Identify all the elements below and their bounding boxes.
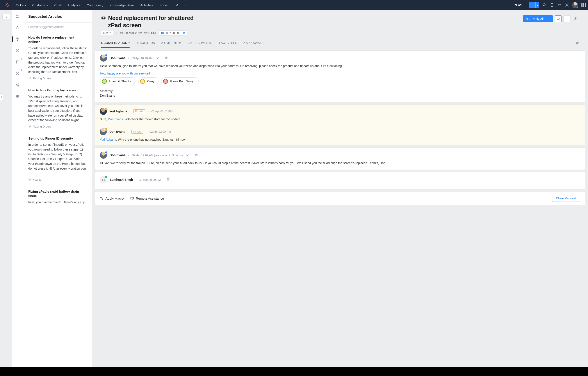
- profile-avatar[interactable]: [572, 2, 578, 8]
- nav-link-community[interactable]: Community: [84, 1, 106, 10]
- nav-link-analytics[interactable]: Analytics: [64, 1, 84, 10]
- nav-link-tickets[interactable]: Tickets: [13, 1, 29, 10]
- nav-links: TicketsCustomersChatAnalyticsCommunityKn…: [13, 1, 181, 10]
- search-icon[interactable]: [542, 3, 547, 7]
- nav-overflow-icon[interactable]: [183, 3, 187, 8]
- clipboard-icon[interactable]: [550, 3, 554, 7]
- nav-link-im[interactable]: IM: [171, 1, 181, 10]
- svg-point-4: [560, 5, 561, 5]
- nav-link-activities[interactable]: Activities: [137, 1, 156, 10]
- gamepad-icon[interactable]: [557, 3, 562, 7]
- app-logo: [4, 2, 11, 8]
- nav-link-knowledge-base[interactable]: Knowledge Base: [106, 1, 137, 10]
- create-dropdown[interactable]: ▾: [535, 2, 539, 8]
- nav-link-social[interactable]: Social: [156, 1, 171, 10]
- nav-link-chat[interactable]: Chat: [51, 1, 64, 10]
- settings-icon[interactable]: [565, 3, 569, 7]
- svg-point-5: [567, 5, 568, 6]
- top-navbar: TicketsCustomersChatAnalyticsCommunityKn…: [0, 0, 588, 10]
- svg-point-0: [543, 3, 545, 6]
- apps-grid-icon[interactable]: [581, 3, 586, 7]
- nav-link-customers[interactable]: Customers: [29, 1, 51, 10]
- create-button[interactable]: ＋: [529, 2, 535, 8]
- workspace-dropdown[interactable]: zPad ▾: [512, 2, 526, 8]
